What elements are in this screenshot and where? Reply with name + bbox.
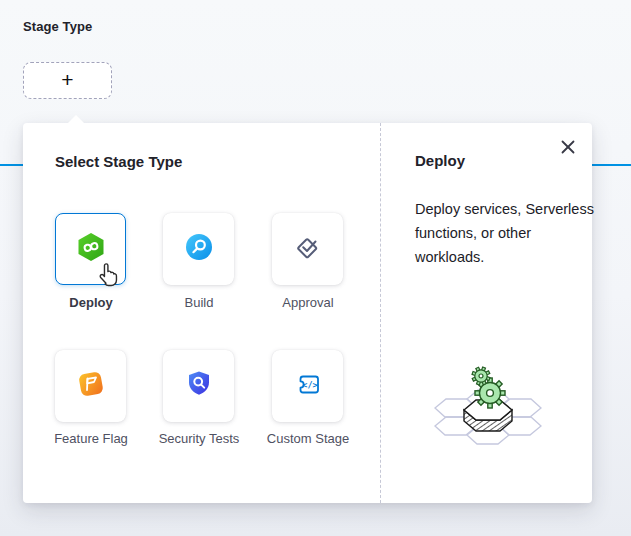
stage-tile-build[interactable] xyxy=(163,213,234,285)
panel-divider xyxy=(380,123,381,503)
tile-label-custom-stage: Custom Stage xyxy=(263,430,353,448)
hexagon-platform-gears-illustration xyxy=(418,363,588,459)
detail-panel-title: Deploy xyxy=(415,152,465,169)
close-button[interactable] xyxy=(557,136,579,158)
stage-tile-custom-stage[interactable]: </> xyxy=(272,350,343,422)
add-stage-button[interactable]: + xyxy=(23,62,112,99)
plus-icon: + xyxy=(61,69,73,90)
pipeline-connector-line-right xyxy=(592,164,631,166)
popover-title: Select Stage Type xyxy=(55,153,182,170)
stage-tile-approval[interactable] xyxy=(272,213,343,285)
stage-tile-deploy[interactable] xyxy=(55,213,126,285)
approval-stage-icon xyxy=(291,230,325,268)
stage-type-label: Stage Type xyxy=(23,19,92,34)
feature-flag-stage-icon xyxy=(74,367,108,405)
pipeline-canvas: { "stage_type": { "label": "Stage Type" … xyxy=(0,0,631,536)
tile-label-approval: Approval xyxy=(263,294,353,312)
popover-caret xyxy=(67,115,85,124)
tile-label-build: Build xyxy=(154,294,244,312)
pipeline-connector-line-left xyxy=(0,164,23,166)
security-tests-stage-icon xyxy=(182,367,216,405)
svg-text:</>: </> xyxy=(302,380,317,390)
deploy-stage-icon xyxy=(74,230,108,268)
tile-label-deploy: Deploy xyxy=(46,294,136,312)
close-icon xyxy=(560,139,576,155)
custom-stage-icon: </> xyxy=(291,367,325,405)
tile-label-feature-flag: Feature Flag xyxy=(46,430,136,448)
select-stage-type-popover: Select Stage Type xyxy=(23,123,592,503)
stage-tile-feature-flag[interactable] xyxy=(55,350,126,422)
stage-tile-security-tests[interactable] xyxy=(163,350,234,422)
detail-panel-description: Deploy services, Serverless functions, o… xyxy=(415,197,595,269)
build-stage-icon xyxy=(182,230,216,268)
tile-label-security-tests: Security Tests xyxy=(154,430,244,448)
